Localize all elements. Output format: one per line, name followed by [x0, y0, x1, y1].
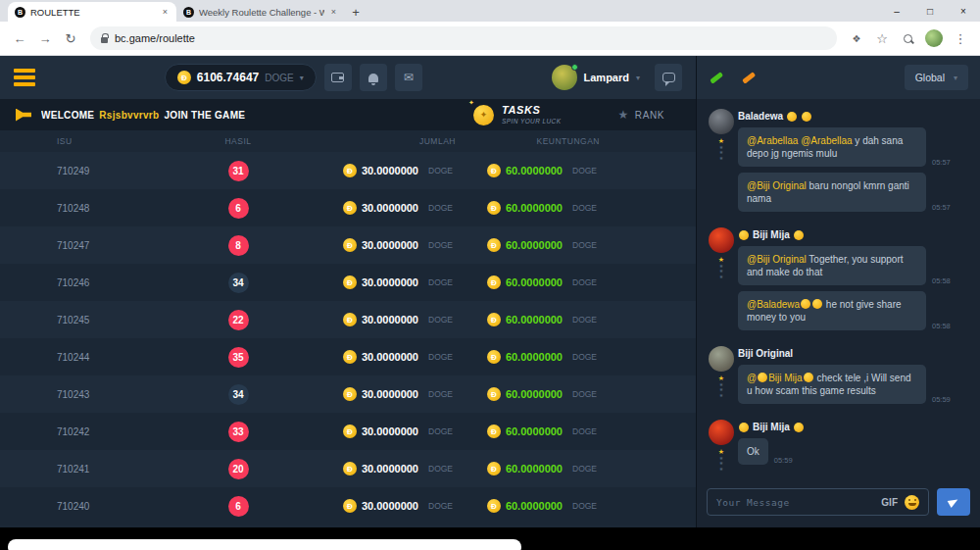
doge-coin-icon: Ð [343, 425, 357, 438]
doge-coin-icon: Ð [343, 462, 357, 475]
chat-avatar[interactable] [709, 420, 734, 445]
doge-coin-icon: Ð [487, 499, 501, 513]
mail-icon: ✉ [404, 71, 414, 84]
doge-coin-icon: Ð [487, 462, 501, 475]
table-row[interactable]: 710243 34 Ð 30.0000000DOGE Ð 60.0000000D… [0, 375, 696, 413]
bet-amount: Ð 30.0000000DOGE [292, 201, 456, 215]
table-row[interactable]: 710245 22 Ð 30.0000000DOGE Ð 60.0000000D… [0, 301, 696, 338]
wallet-button[interactable] [324, 64, 352, 91]
address-bar[interactable]: bc.game/roulette [90, 26, 837, 50]
mention[interactable]: Biji Mija [768, 373, 802, 383]
chat-avatar[interactable] [709, 109, 734, 134]
doge-coin-icon: Ð [487, 164, 501, 177]
balance-selector[interactable]: Ð 6106.74647 DOGE ▾ [165, 64, 317, 91]
megaphone-icon [16, 109, 31, 122]
user-avatar[interactable] [552, 65, 577, 90]
chat-room-selector[interactable]: Global ▾ [905, 65, 968, 90]
extensions-icon[interactable]: ❖ [845, 26, 868, 50]
emoji-icon [802, 112, 811, 122]
emoji-icon [739, 423, 749, 432]
bet-amount: Ð 30.0000000DOGE [292, 350, 456, 364]
username[interactable]: Lampard [584, 72, 629, 83]
message-time: 05:57 [932, 158, 951, 167]
chat-group: ★★★★ Biji Mija @Biji Original Together, … [705, 227, 972, 336]
table-row[interactable]: 710246 34 Ð 30.0000000DOGE Ð 60.0000000D… [0, 264, 696, 301]
table-row[interactable]: 710242 33 Ð 30.0000000DOGE Ð 60.0000000D… [0, 413, 696, 450]
chat-username[interactable]: Biji Original [738, 348, 972, 359]
chat-group: ★★★★ Biji Original @Biji Mija check tele… [705, 346, 972, 410]
browser-navbar: ← → ↻ bc.game/roulette ❖ ☆ ⋮ [0, 22, 980, 56]
maximize-button[interactable]: □ [913, 0, 947, 22]
hamburger-menu-icon[interactable] [14, 66, 35, 90]
chat-username[interactable]: Biji Mija [738, 229, 972, 240]
bet-amount: Ð 30.0000000DOGE [292, 462, 456, 475]
table-row[interactable]: 710247 8 Ð 30.0000000DOGE Ð 60.0000000DO… [0, 226, 696, 264]
doge-coin-icon: Ð [487, 201, 501, 215]
chat-avatar[interactable] [709, 346, 734, 372]
minimize-button[interactable]: – [880, 0, 913, 22]
forward-button[interactable]: → [33, 26, 57, 50]
emoji-picker-button[interactable] [905, 495, 919, 510]
mention[interactable]: @Arabellaa [747, 135, 798, 146]
table-row[interactable]: 710248 6 Ð 30.0000000DOGE Ð 60.0000000DO… [0, 189, 696, 226]
doge-coin-icon: Ð [343, 275, 357, 289]
reload-button[interactable]: ↻ [59, 26, 82, 50]
tasks-label: TASKS [502, 105, 561, 116]
mention[interactable]: @Baladewa [747, 299, 800, 310]
tasks-button[interactable]: ✦ TASKS SPIN YOUR LUCK [473, 105, 561, 125]
bet-amount: Ð 30.0000000DOGE [292, 425, 456, 438]
new-tab-button[interactable]: + [345, 2, 367, 22]
back-button[interactable]: ← [8, 26, 31, 50]
table-row[interactable]: 710240 6 Ð 30.0000000DOGE Ð 60.0000000DO… [0, 487, 696, 525]
send-button[interactable] [937, 488, 970, 516]
table-row[interactable]: 710249 31 Ð 30.0000000DOGE Ð 60.0000000D… [0, 152, 696, 189]
message-input[interactable]: Your Message GIF [707, 488, 929, 516]
mention[interactable]: @Biji Original [747, 254, 807, 265]
bet-amount: Ð 30.0000000DOGE [292, 275, 456, 289]
chat-username[interactable]: Baladewa [738, 111, 972, 122]
tab-close-icon[interactable]: × [161, 7, 170, 17]
chat-username[interactable]: Biji Mija [738, 422, 972, 432]
mention[interactable]: @Arabellaa [801, 135, 852, 146]
page-bottom-strip [0, 527, 980, 550]
chat-group: ★★★★ Biji Mija Ok 05:59 [705, 420, 972, 472]
rank-star-icon: ★ [617, 108, 628, 122]
browser-tab-challenge[interactable]: B Weekly Roulette Challenge - Wi × [176, 2, 345, 22]
lock-icon [101, 37, 108, 43]
rank-button[interactable]: ★ RANK [617, 108, 664, 122]
user-level-stars: ★★★★ [718, 448, 724, 472]
doge-coin-icon: Ð [487, 238, 501, 252]
doge-coin-icon: Ð [487, 275, 501, 289]
result-badge: 8 [228, 235, 249, 256]
user-level-stars: ★★★★ [718, 137, 724, 161]
table-row[interactable]: 710241 20 Ð 30.0000000DOGE Ð 60.0000000D… [0, 450, 696, 487]
search-icon[interactable] [896, 26, 919, 50]
column-header-hasil: HASIL [184, 136, 292, 146]
doge-coin-icon: Ð [343, 499, 357, 513]
brush-icon[interactable] [741, 70, 758, 86]
mention[interactable]: @Biji Original [747, 180, 807, 191]
chevron-down-icon: ▾ [636, 74, 640, 82]
round-id: 710244 [57, 352, 184, 363]
chat-toggle-button[interactable] [655, 64, 682, 91]
tab-close-icon[interactable]: × [329, 7, 338, 17]
table-row[interactable]: 710244 35 Ð 30.0000000DOGE Ð 60.0000000D… [0, 338, 696, 375]
profit-amount: Ð 60.0000000DOGE [456, 387, 600, 401]
chat-avatar[interactable] [709, 227, 734, 253]
main-column: Ð 6106.74647 DOGE ▾ ✉ Lampard ▾ [0, 56, 696, 527]
browser-menu-icon[interactable]: ⋮ [949, 26, 972, 50]
emoji-icon [812, 299, 822, 309]
close-button[interactable]: × [947, 0, 980, 22]
bookmark-star-icon[interactable]: ☆ [870, 26, 894, 50]
result-badge: 20 [228, 459, 249, 479]
gif-button[interactable]: GIF [881, 497, 898, 508]
browser-profile-avatar[interactable] [925, 29, 943, 47]
mention[interactable]: @ [747, 373, 757, 383]
user-group: Lampard ▾ [552, 64, 682, 91]
emoji-icon [804, 373, 813, 382]
notifications-button[interactable] [360, 64, 387, 91]
profit-amount: Ð 60.0000000DOGE [456, 275, 600, 289]
browser-tab-roulette[interactable]: B ROULETTE × [8, 2, 176, 22]
pencil-icon[interactable] [709, 70, 725, 86]
messages-button[interactable]: ✉ [395, 64, 422, 91]
